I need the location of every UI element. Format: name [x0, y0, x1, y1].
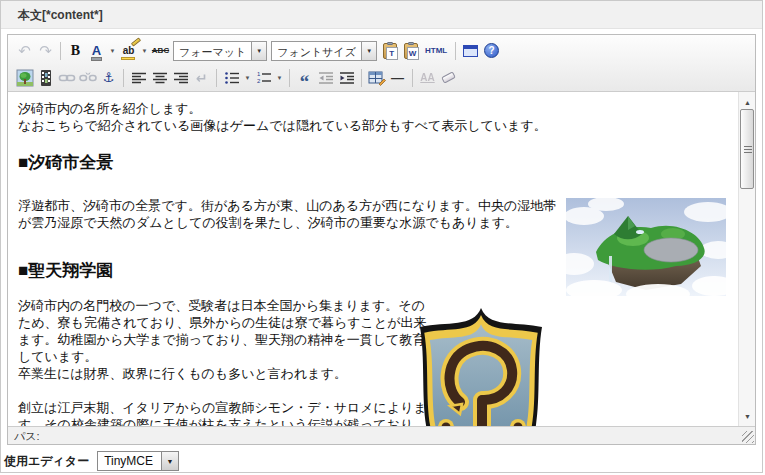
- insert-image-button[interactable]: [14, 68, 35, 88]
- bullet-list-button[interactable]: [221, 68, 242, 88]
- unlink-chain-icon: [79, 69, 97, 87]
- svg-text:2: 2: [257, 78, 261, 84]
- outdent-button[interactable]: [315, 68, 336, 88]
- editor-chooser-arrow[interactable]: ▼: [161, 452, 178, 470]
- editor-paragraph: 汐碕市内の名門校の一つで、受験者は日本全国から集まります。そのため、寮も完備され…: [18, 297, 438, 382]
- bold-icon: B: [71, 43, 80, 59]
- unlink-button[interactable]: [77, 68, 98, 88]
- section-heading: ■汐碕市全景: [18, 152, 727, 173]
- format-select-arrow[interactable]: ▼: [252, 41, 267, 61]
- scroll-down-icon: ▼: [744, 408, 751, 425]
- align-center-icon: [152, 71, 168, 85]
- editor-chooser-label: 使用エディター: [4, 453, 89, 470]
- scrollbar-grip: [744, 146, 752, 154]
- align-right-button[interactable]: [170, 68, 191, 88]
- link-chain-icon: [58, 69, 76, 87]
- chevron-down-icon: ▼: [245, 75, 251, 81]
- paste-text-icon: T: [383, 43, 397, 59]
- svg-text:1: 1: [257, 71, 261, 77]
- editor-toolbar: ↶ ↷ B A ▼ ab ▼ ABC フォーマット ▼ フォントサイズ ▼ T: [8, 35, 755, 92]
- insert-link-button[interactable]: [56, 68, 77, 88]
- numbered-list-icon: 12: [256, 71, 272, 85]
- toolbar-row-2: ⚓ ↵: [14, 64, 751, 91]
- fontsize-select-arrow[interactable]: ▼: [362, 41, 377, 61]
- media-film-icon: [37, 69, 55, 87]
- scroll-down-button[interactable]: ▼: [739, 408, 755, 424]
- resize-grip[interactable]: [742, 431, 754, 443]
- table-icon: [368, 70, 386, 86]
- remove-format-button[interactable]: [438, 68, 459, 88]
- horizontal-rule-button[interactable]: —: [387, 68, 408, 88]
- toolbar-separator: [289, 69, 290, 87]
- blockquote-icon: “: [300, 78, 310, 86]
- align-left-button[interactable]: [128, 68, 149, 88]
- bullet-list-dropdown[interactable]: ▼: [242, 68, 253, 88]
- format-select[interactable]: フォーマット ▼: [173, 41, 267, 61]
- undo-button[interactable]: ↶: [14, 41, 35, 61]
- chevron-down-icon: ▼: [277, 75, 283, 81]
- tinymce-editor: ↶ ↷ B A ▼ ab ▼ ABC フォーマット ▼ フォントサイズ ▼ T: [7, 34, 756, 445]
- highlight-color-button[interactable]: ab: [118, 41, 139, 61]
- anchor-icon: ⚓: [103, 71, 115, 84]
- return-icon: ↵: [196, 71, 208, 85]
- redo-button[interactable]: ↷: [35, 41, 56, 61]
- image-tree-icon: [16, 69, 34, 87]
- highlight-color-dropdown[interactable]: ▼: [139, 41, 150, 61]
- paste-text-button[interactable]: T: [379, 41, 400, 61]
- fontsize-select[interactable]: フォントサイズ ▼: [271, 41, 377, 61]
- paste-word-button[interactable]: W: [400, 41, 421, 61]
- style-props-button[interactable]: AA: [417, 68, 438, 88]
- fontsize-select-value: フォントサイズ: [271, 41, 362, 61]
- scroll-up-button[interactable]: ▲: [739, 94, 755, 110]
- outdent-icon: [318, 71, 334, 85]
- blockquote-button[interactable]: “: [294, 68, 315, 88]
- floating-island-image[interactable]: [566, 198, 726, 296]
- toolbar-separator: [455, 42, 456, 60]
- insert-table-button[interactable]: [366, 68, 387, 88]
- bullet-list-icon: [224, 71, 240, 85]
- help-button[interactable]: ?: [481, 41, 502, 61]
- format-select-value: フォーマット: [173, 41, 252, 61]
- school-emblem-image[interactable]: [396, 304, 566, 426]
- content-editor-panel: 本文[*content*] ↶ ↷ B A ▼ ab ▼ ABC フォーマット …: [0, 0, 763, 473]
- toolbar-separator: [123, 69, 124, 87]
- indent-button[interactable]: [336, 68, 357, 88]
- strikethrough-button[interactable]: ABC: [150, 41, 171, 61]
- redo-icon: ↷: [39, 43, 52, 58]
- align-center-button[interactable]: [149, 68, 170, 88]
- editor-status-bar: パス:: [8, 426, 755, 444]
- vertical-scrollbar[interactable]: ▲ ▼: [738, 92, 755, 426]
- scroll-up-icon: ▲: [744, 94, 751, 111]
- insert-media-button[interactable]: [35, 68, 56, 88]
- font-color-icon: A: [92, 44, 101, 57]
- bold-button[interactable]: B: [65, 41, 86, 61]
- editor-content-area[interactable]: 汐碕市内の名所を紹介します。なおこちらで紹介されている画像はゲームでは隠れている…: [8, 92, 755, 426]
- font-color-button[interactable]: A: [86, 41, 107, 61]
- toolbar-separator: [60, 42, 61, 60]
- html-source-button[interactable]: HTML: [421, 41, 451, 61]
- fullscreen-icon: [463, 45, 478, 57]
- numbered-list-dropdown[interactable]: ▼: [274, 68, 285, 88]
- editor-chooser-value: TinyMCE: [98, 452, 161, 470]
- align-left-icon: [131, 71, 147, 85]
- strikethrough-icon: ABC: [152, 46, 169, 55]
- editor-paragraph: 創立は江戸末期、イタリアからの宣教師シモン・デ・サロメによります。その校舎建築の…: [18, 399, 446, 426]
- html-icon: HTML: [425, 46, 447, 55]
- font-color-dropdown[interactable]: ▼: [107, 41, 118, 61]
- editor-paragraph: 汐碕市内の名所を紹介します。なおこちらで紹介されている画像はゲームでは隠れている…: [18, 100, 727, 134]
- path-label: パス:: [14, 430, 40, 442]
- undo-icon: ↶: [18, 43, 31, 58]
- help-icon: ?: [484, 43, 499, 58]
- align-right-icon: [173, 71, 189, 85]
- editor-chooser-select[interactable]: TinyMCE ▼: [97, 451, 179, 471]
- style-props-icon: AA: [420, 72, 434, 83]
- line-break-button[interactable]: ↵: [191, 68, 212, 88]
- toolbar-separator: [361, 69, 362, 87]
- editor-paragraph: 浮遊都市、汐碕市の全景です。街がある方が東、山のある方が西になります。中央の湿地…: [18, 197, 563, 231]
- fullscreen-button[interactable]: [460, 41, 481, 61]
- numbered-list-button[interactable]: 12: [253, 68, 274, 88]
- scrollbar-thumb[interactable]: [740, 109, 754, 189]
- toolbar-separator: [216, 69, 217, 87]
- editor-chooser-row: 使用エディター TinyMCE ▼: [4, 451, 179, 471]
- anchor-button[interactable]: ⚓: [98, 68, 119, 88]
